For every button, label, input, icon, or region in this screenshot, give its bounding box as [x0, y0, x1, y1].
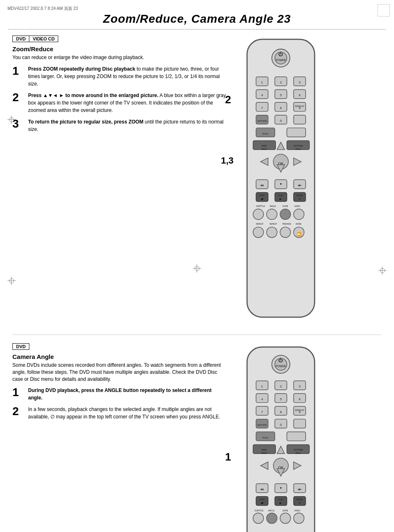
- svg-text:SUBTITLE: SUBTITLE: [254, 510, 263, 512]
- cam-step-2-text: In a few seconds, playback changes to th…: [28, 406, 227, 420]
- svg-point-63: [253, 209, 263, 219]
- page-title: Zoom/Reduce, Camera Angle 23: [103, 12, 291, 25]
- header-meta: MDV422/17 2002.8.7 8:24 AM 頁面 23: [7, 6, 78, 12]
- top-remote-wrapper: 2 1,3 ⏻ POWER 1 2 3: [240, 36, 322, 322]
- svg-point-141: [280, 513, 290, 523]
- svg-point-142: [294, 513, 304, 523]
- svg-text:SUBTITLE: SUBTITLE: [256, 205, 265, 207]
- zoom-reduce-intro: You can reduce or enlarge the video imag…: [12, 54, 227, 61]
- svg-text:0: 0: [280, 423, 282, 427]
- svg-text:TITLE: TITLE: [262, 437, 268, 439]
- svg-text:PAUSE: PAUSE: [297, 195, 303, 197]
- bottom-remote-svg: ⏻ POWER 1 2 3 4 5 6 7 8 9: [240, 343, 322, 532]
- cam-step-1: 1 During DVD playback, press the ANGLE b…: [12, 387, 227, 401]
- svg-text:MENU: MENU: [261, 148, 267, 150]
- crosshair-left-bottom: [7, 277, 16, 285]
- tag-dvd-top: DVD: [12, 36, 29, 42]
- svg-text:ANGLE: ANGLE: [270, 205, 276, 207]
- svg-text:MENU: MENU: [261, 452, 267, 454]
- step-2: 2 Press ▲▼◄ ► to move around in the enla…: [12, 92, 227, 114]
- page-title-area: Zoom/Reduce, Camera Angle 23: [8, 0, 386, 30]
- svg-text:⏭: ⏭: [298, 487, 301, 491]
- svg-text:RETURN: RETURN: [257, 424, 267, 426]
- svg-text:AUDIO: AUDIO: [294, 205, 301, 207]
- svg-point-72: [266, 227, 277, 238]
- step-3: 3 To return the picture to regular size,…: [12, 118, 227, 133]
- svg-text:MORE: MORE: [296, 223, 301, 225]
- svg-text:REPEAT: REPEAT: [270, 223, 277, 225]
- step-1: 1 Press ZOOM repeatedly during Disc play…: [12, 65, 227, 88]
- page-corner-box: [377, 4, 390, 17]
- svg-text:SYSTEM: SYSTEM: [294, 145, 303, 147]
- zoom-reduce-section: DVD VIDEO CD Zoom/Reduce You can reduce …: [12, 36, 227, 322]
- zoom-reduce-title: Zoom/Reduce: [12, 45, 227, 52]
- section-tags-top: DVD VIDEO CD: [12, 36, 227, 42]
- svg-text:⏻: ⏻: [279, 358, 283, 363]
- svg-text:MENU: MENU: [295, 452, 301, 454]
- svg-text:⏹: ⏹: [261, 197, 263, 200]
- camera-steps: 1 During DVD playback, press the ANGLE b…: [12, 387, 227, 420]
- svg-text:STOP: STOP: [259, 499, 264, 501]
- svg-text:DISC: DISC: [262, 145, 267, 147]
- svg-text:DISC: DISC: [262, 449, 267, 451]
- svg-point-66: [294, 209, 304, 219]
- tag-videocd: VIDEO CD: [29, 36, 58, 42]
- cam-step-2: 2 In a few seconds, playback changes to …: [12, 406, 227, 420]
- svg-text:3: 3: [299, 385, 300, 388]
- svg-text:▼: ▼: [279, 182, 282, 186]
- svg-text:2: 2: [280, 81, 282, 84]
- svg-text:8: 8: [280, 106, 282, 110]
- svg-text:RETURN: RETURN: [257, 120, 267, 122]
- bottom-remote-label-1: 1: [225, 451, 231, 463]
- svg-rect-28: [294, 115, 306, 124]
- section-tags-bottom: DVD: [12, 343, 227, 350]
- svg-text:⏸: ⏸: [298, 501, 301, 504]
- step-2-number: 2: [12, 92, 25, 103]
- svg-text:⏹: ⏹: [261, 501, 263, 504]
- svg-text:STOP: STOP: [259, 195, 264, 197]
- camera-angle-intro: Some DVDs include scenes recorded from d…: [12, 362, 227, 382]
- svg-text:SYSTEM: SYSTEM: [294, 449, 303, 451]
- bottom-remote-area: 1 ⏻ POWER 1 2 3 4 5: [235, 343, 326, 532]
- svg-text:POWER: POWER: [276, 59, 286, 62]
- section-divider: [12, 335, 382, 335]
- svg-point-71: [253, 227, 263, 238]
- cam-step-1-text: During DVD playback, press the ANGLE but…: [28, 387, 227, 401]
- svg-text:PREVIEW: PREVIEW: [282, 223, 292, 225]
- svg-point-140: [266, 513, 277, 523]
- svg-text:MENU: MENU: [295, 148, 301, 150]
- svg-text:▶: ▶: [280, 501, 282, 504]
- step-1-number: 1: [12, 65, 25, 77]
- tag-dvd-bottom: DVD: [12, 343, 29, 350]
- svg-text:8: 8: [280, 410, 282, 414]
- svg-text:ZOOM: ZOOM: [282, 510, 288, 512]
- svg-rect-107: [287, 432, 306, 441]
- svg-text:5: 5: [280, 93, 282, 97]
- step-2-text: Press ▲▼◄ ► to move around in the enlarg…: [28, 92, 227, 114]
- svg-text:REPEAT: REPEAT: [256, 223, 263, 225]
- svg-rect-104: [294, 419, 306, 428]
- camera-angle-section: DVD Camera Angle Some DVDs include scene…: [12, 343, 227, 532]
- svg-text:ZOOM: ZOOM: [282, 205, 288, 207]
- top-remote-label-13: 1,3: [221, 155, 234, 166]
- svg-text:AUDIO: AUDIO: [294, 510, 301, 512]
- svg-point-73: [280, 227, 290, 238]
- svg-text:⏻: ⏻: [279, 52, 283, 57]
- svg-rect-31: [287, 128, 306, 137]
- zoom-steps: 1 Press ZOOM repeatedly during Disc play…: [12, 65, 227, 133]
- svg-text:TITLE: TITLE: [262, 133, 268, 135]
- svg-text:⏮: ⏮: [261, 487, 263, 491]
- svg-text:7: 7: [261, 410, 263, 414]
- svg-text:7: 7: [261, 106, 263, 110]
- svg-text:1: 1: [261, 81, 263, 84]
- bottom-remote-wrapper: 1 ⏻ POWER 1 2 3 4 5: [240, 343, 322, 532]
- svg-text:DISPLAY: DISPLAY: [295, 105, 304, 107]
- svg-point-64: [266, 209, 277, 219]
- svg-text:6: 6: [299, 93, 300, 97]
- bottom-section-wrapper: DVD Camera Angle Some DVDs include scene…: [0, 343, 394, 532]
- cam-step-1-number: 1: [12, 387, 25, 398]
- svg-text:DISPLAY: DISPLAY: [295, 409, 304, 411]
- svg-text:5: 5: [280, 397, 282, 401]
- svg-text:4: 4: [261, 93, 263, 97]
- svg-point-139: [253, 513, 263, 523]
